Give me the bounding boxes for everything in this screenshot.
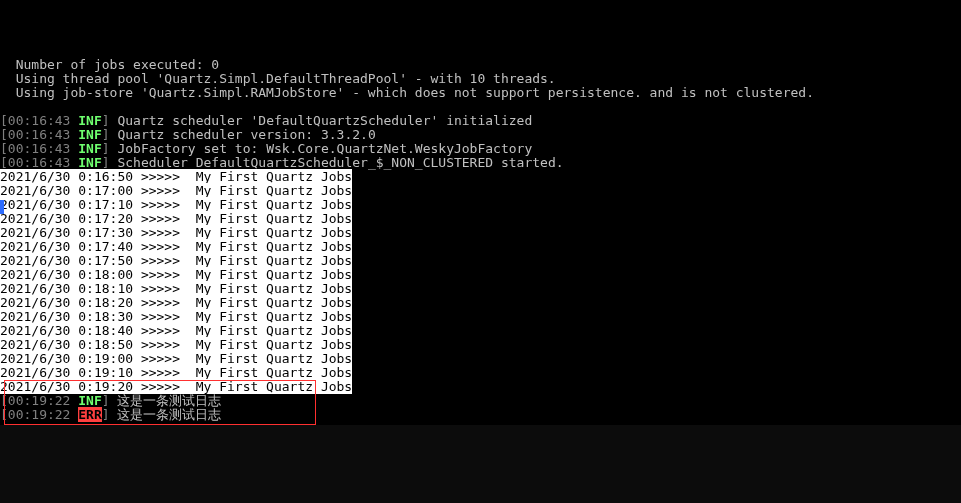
console-line: 2021/6/30 0:17:20 >>>>> My First Quartz …: [0, 212, 961, 226]
console-line: [00:16:43 INF] Scheduler DefaultQuartzSc…: [0, 156, 961, 170]
console-line: 2021/6/30 0:19:10 >>>>> My First Quartz …: [0, 366, 961, 380]
console-line: 2021/6/30 0:17:10 >>>>> My First Quartz …: [0, 198, 961, 212]
console-line: 2021/6/30 0:18:00 >>>>> My First Quartz …: [0, 268, 961, 282]
console-line: 2021/6/30 0:17:30 >>>>> My First Quartz …: [0, 226, 961, 240]
console-line: Using thread pool 'Quartz.Simpl.DefaultT…: [0, 72, 961, 86]
console-line: 2021/6/30 0:18:20 >>>>> My First Quartz …: [0, 296, 961, 310]
console-line: 2021/6/30 0:16:50 >>>>> My First Quartz …: [0, 170, 961, 184]
console-line: 2021/6/30 0:18:30 >>>>> My First Quartz …: [0, 310, 961, 324]
console-line: [00:19:22 ERR] 这是一条测试日志: [0, 408, 961, 422]
console-line: 2021/6/30 0:18:50 >>>>> My First Quartz …: [0, 338, 961, 352]
console-line: [0, 100, 961, 114]
console-line: 2021/6/30 0:17:40 >>>>> My First Quartz …: [0, 240, 961, 254]
console-line: [00:16:43 INF] Quartz scheduler version:…: [0, 128, 961, 142]
console-line: 2021/6/30 0:19:00 >>>>> My First Quartz …: [0, 352, 961, 366]
console-line: Number of jobs executed: 0: [0, 58, 961, 72]
console-output[interactable]: Number of jobs executed: 0 Using thread …: [0, 58, 961, 422]
console-line: 2021/6/30 0:17:50 >>>>> My First Quartz …: [0, 254, 961, 268]
console-line: 2021/6/30 0:18:10 >>>>> My First Quartz …: [0, 282, 961, 296]
console-line: [00:16:43 INF] JobFactory set to: Wsk.Co…: [0, 142, 961, 156]
console-empty-area: [0, 425, 961, 503]
console-line: Using job-store 'Quartz.Simpl.RAMJobStor…: [0, 86, 961, 100]
console-line: 2021/6/30 0:18:40 >>>>> My First Quartz …: [0, 324, 961, 338]
selection-marker: [0, 200, 4, 214]
console-line: 2021/6/30 0:17:00 >>>>> My First Quartz …: [0, 184, 961, 198]
console-line: [00:16:43 INF] Quartz scheduler 'Default…: [0, 114, 961, 128]
console-line: 2021/6/30 0:19:20 >>>>> My First Quartz …: [0, 380, 961, 394]
console-line: [00:19:22 INF] 这是一条测试日志: [0, 394, 961, 408]
